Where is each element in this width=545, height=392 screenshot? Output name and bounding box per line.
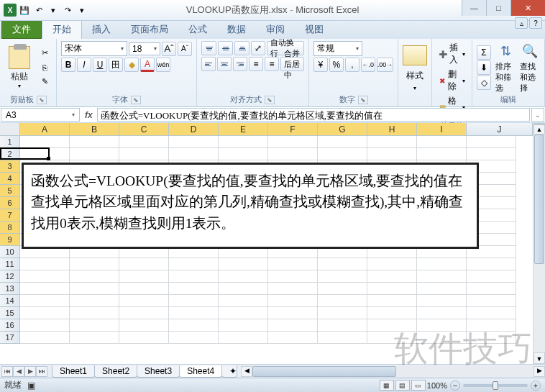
formula-bar-input[interactable]: 函数公式=VLOOKUP(要查找的值,要查找的单元格区域,要查找的值在 [97,108,530,122]
increase-indent-button[interactable]: ≡ [265,57,279,71]
cell[interactable] [268,319,318,332]
vertical-scrollbar[interactable]: ▲ ▼ [533,123,545,364]
cell[interactable] [20,270,70,283]
align-bottom-button[interactable] [234,41,249,55]
cell[interactable] [119,307,169,319]
cell[interactable] [417,270,467,283]
alignment-launcher[interactable]: ⬊ [265,96,275,104]
cell[interactable] [70,332,119,344]
styles-icon[interactable] [403,45,427,65]
close-button[interactable]: ✕ [510,0,545,16]
column-header-G[interactable]: G [318,123,367,135]
cell[interactable] [20,295,70,307]
cell[interactable] [169,258,219,270]
cell[interactable] [467,332,516,344]
font-size-combo[interactable]: 18▾ [129,42,160,55]
cell[interactable] [70,319,119,332]
cell[interactable] [169,148,219,160]
row-header-7[interactable]: 7 [0,209,20,222]
cell[interactable] [70,295,119,307]
cell[interactable] [417,295,467,307]
cell[interactable] [219,319,268,332]
cell[interactable] [467,136,516,148]
sheet-tab-sheet2[interactable]: Sheet2 [94,365,137,378]
page-layout-view-button[interactable]: ▤ [395,380,410,391]
cell[interactable] [119,270,169,283]
cell[interactable] [219,148,268,160]
cell[interactable] [467,307,516,319]
hscroll-thumb[interactable] [252,366,396,377]
tab-review[interactable]: 审阅 [256,20,295,39]
zoom-out-button[interactable]: − [450,380,460,391]
column-header-H[interactable]: H [367,123,417,135]
percent-button[interactable]: % [329,58,344,72]
row-header-5[interactable]: 5 [0,185,20,197]
paste-button[interactable]: 粘贴 ▾ [4,41,35,94]
minimize-ribbon-button[interactable]: ▵ [515,17,528,29]
cell[interactable] [70,148,119,160]
cell[interactable] [268,136,318,148]
shrink-font-button[interactable]: Aˇ [178,42,192,56]
prev-sheet-button[interactable]: ◀ [13,366,24,377]
undo-icon[interactable]: ↶ [32,4,45,17]
italic-button[interactable]: I [77,58,91,72]
row-header-11[interactable]: 11 [0,258,20,270]
maximize-button[interactable]: □ [486,0,510,16]
cell[interactable] [119,283,169,295]
phonetic-button[interactable]: wén [156,58,170,72]
vscroll-thumb[interactable] [534,135,544,264]
cell[interactable] [169,270,219,283]
orientation-button[interactable]: ⤢ [251,41,265,55]
align-center-button[interactable] [217,57,232,71]
align-right-button[interactable] [233,57,247,71]
cell[interactable] [367,283,417,295]
excel-icon[interactable]: X [4,4,17,17]
cell[interactable] [367,148,417,160]
cell[interactable] [119,258,169,270]
sort-filter-button[interactable]: ⇅ 排序和筛选 [495,41,516,94]
scroll-down-button[interactable]: ▼ [533,352,545,364]
cell[interactable] [367,332,417,344]
column-header-I[interactable]: I [417,123,467,135]
cell[interactable] [20,332,70,344]
font-launcher[interactable]: ⬊ [131,96,141,104]
copy-button[interactable]: ⎘ [37,61,52,74]
sheet-tab-sheet1[interactable]: Sheet1 [52,365,95,378]
cell[interactable] [467,258,516,270]
macro-record-button[interactable]: ▣ [27,380,35,391]
tab-formulas[interactable]: 公式 [178,20,217,39]
cell[interactable] [318,332,367,344]
row-header-9[interactable]: 9 [0,234,20,246]
increase-decimal-button[interactable]: ←.0 [361,58,375,72]
cell[interactable] [467,270,516,283]
scroll-left-button[interactable]: ◀ [241,366,252,377]
cell[interactable] [219,258,268,270]
fill-button[interactable]: ⬇ [477,60,491,75]
cell[interactable] [268,148,318,160]
row-header-3[interactable]: 3 [0,160,20,173]
underline-button[interactable]: U [93,58,107,72]
format-painter-button[interactable]: ✎ [37,76,52,88]
zoom-in-button[interactable]: + [531,380,541,391]
cell[interactable] [318,148,367,160]
row-header-15[interactable]: 15 [0,307,20,319]
tab-home[interactable]: 开始 [42,19,82,39]
help-button[interactable]: ? [529,17,542,29]
styles-button[interactable]: 样式 [406,70,423,82]
first-sheet-button[interactable]: ⏮ [1,366,13,377]
column-header-F[interactable]: F [268,123,318,135]
cell[interactable] [318,258,367,270]
cell[interactable] [417,283,467,295]
row-header-17[interactable]: 17 [0,332,20,344]
cell[interactable] [119,332,169,344]
merge-center-button[interactable]: 合并后居中 [280,57,304,71]
row-header-12[interactable]: 12 [0,270,20,283]
cell[interactable] [318,283,367,295]
cell[interactable] [417,148,467,160]
normal-view-button[interactable]: ▦ [380,380,394,391]
column-header-B[interactable]: B [70,123,119,135]
cell[interactable] [467,319,516,332]
minimize-button[interactable]: — [462,0,486,16]
cell[interactable] [219,136,268,148]
autosum-button[interactable]: Σ [477,45,491,60]
